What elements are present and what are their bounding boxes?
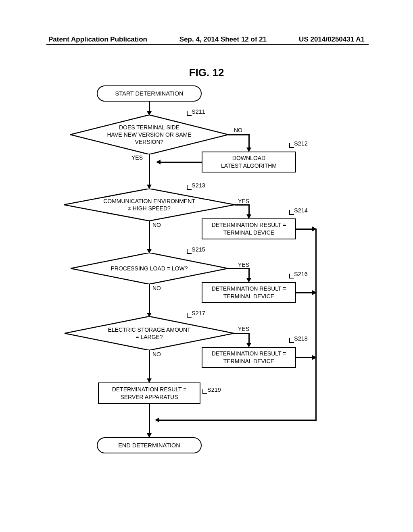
process-s212-text: DOWNLOADLATEST ALGORITHM: [221, 154, 277, 170]
connector: [149, 102, 150, 112]
connector: [159, 420, 317, 421]
step-hook: [289, 338, 294, 343]
step-label-s214: S214: [294, 207, 308, 214]
label-yes: YES: [238, 326, 249, 332]
connector: [248, 268, 250, 279]
terminator-start-text: START DETERMINATION: [115, 90, 184, 97]
step-label-s218: S218: [294, 335, 308, 342]
connector: [248, 333, 250, 344]
decision-s217-text: ELECTRIC STORAGE AMOUNT= LARGE?: [65, 316, 234, 350]
connector: [149, 350, 150, 379]
terminator-start: START DETERMINATION: [97, 85, 202, 102]
process-s214: DETERMINATION RESULT =TERMINAL DEVICE: [202, 218, 296, 239]
page-header: Patent Application Publication Sep. 4, 2…: [0, 35, 413, 44]
step-label-s216: S216: [294, 271, 308, 277]
step-label-s217: S217: [192, 310, 205, 316]
process-s218: DETERMINATION RESULT =TERMINAL DEVICE: [202, 347, 296, 368]
decision-s215: PROCESSING LOAD = LOW?: [71, 253, 228, 284]
process-s219-text: DETERMINATION RESULT =SERVER APPARATUS: [112, 386, 187, 401]
decision-s213-text: COMMUNICATION ENVIRONMENT≠ HIGH SPEED?: [64, 189, 235, 221]
connector: [149, 221, 150, 250]
flowchart-canvas: START DETERMINATION S211 DOES TERMINAL S…: [56, 81, 367, 484]
label-yes: YES: [238, 262, 249, 268]
step-hook: [289, 210, 294, 215]
connector: [149, 154, 150, 185]
label-yes: YES: [131, 154, 143, 161]
terminator-end-text: END DETERMINATION: [118, 442, 180, 449]
decision-s213: COMMUNICATION ENVIRONMENT≠ HIGH SPEED?: [64, 189, 235, 221]
connector: [149, 284, 150, 314]
connector: [161, 162, 202, 163]
connector: [228, 268, 249, 269]
step-label-s211: S211: [192, 108, 205, 115]
connector: [228, 134, 249, 135]
step-hook: [289, 143, 294, 148]
header-left: Patent Application Publication: [48, 35, 147, 44]
step-hook: [202, 389, 207, 394]
header-right: US 2014/0250431 A1: [299, 35, 365, 44]
connector: [235, 204, 249, 206]
connector: [234, 333, 249, 334]
step-hook: [289, 274, 294, 278]
process-s216-text: DETERMINATION RESULT =TERMINAL DEVICE: [212, 285, 286, 300]
step-label-s215: S215: [192, 246, 205, 253]
decision-s215-text: PROCESSING LOAD = LOW?: [71, 253, 228, 284]
step-label-s219: S219: [207, 387, 221, 393]
label-no: NO: [234, 127, 242, 133]
arrow-icon: [156, 160, 161, 164]
connector: [315, 229, 317, 420]
step-label-s212: S212: [294, 140, 308, 147]
figure-title: FIG. 12: [189, 66, 224, 79]
process-s218-text: DETERMINATION RESULT =TERMINAL DEVICE: [212, 350, 286, 365]
label-yes: YES: [238, 198, 249, 204]
process-s219: DETERMINATION RESULT =SERVER APPARATUS: [98, 382, 200, 404]
decision-s211: DOES TERMINAL SIDEHAVE NEW VERSION OR SA…: [70, 115, 228, 154]
arrow-icon: [155, 418, 159, 422]
decision-s217: ELECTRIC STORAGE AMOUNT= LARGE?: [65, 316, 234, 350]
terminator-end: END DETERMINATION: [97, 437, 202, 453]
connector: [248, 134, 250, 148]
decision-s211-text: DOES TERMINAL SIDEHAVE NEW VERSION OR SA…: [70, 115, 228, 154]
process-s216: DETERMINATION RESULT =TERMINAL DEVICE: [202, 282, 296, 303]
connector: [296, 229, 312, 230]
connector: [149, 404, 150, 434]
connector: [248, 204, 250, 215]
header-divider: [46, 44, 369, 45]
connector: [296, 292, 312, 293]
connector: [296, 357, 312, 358]
process-s214-text: DETERMINATION RESULT =TERMINAL DEVICE: [212, 221, 286, 237]
label-no: NO: [152, 285, 161, 291]
step-label-s213: S213: [192, 182, 205, 189]
label-no: NO: [152, 351, 161, 357]
header-center: Sep. 4, 2014 Sheet 12 of 21: [179, 35, 267, 44]
label-no: NO: [152, 222, 161, 228]
process-s212: DOWNLOADLATEST ALGORITHM: [202, 152, 296, 172]
